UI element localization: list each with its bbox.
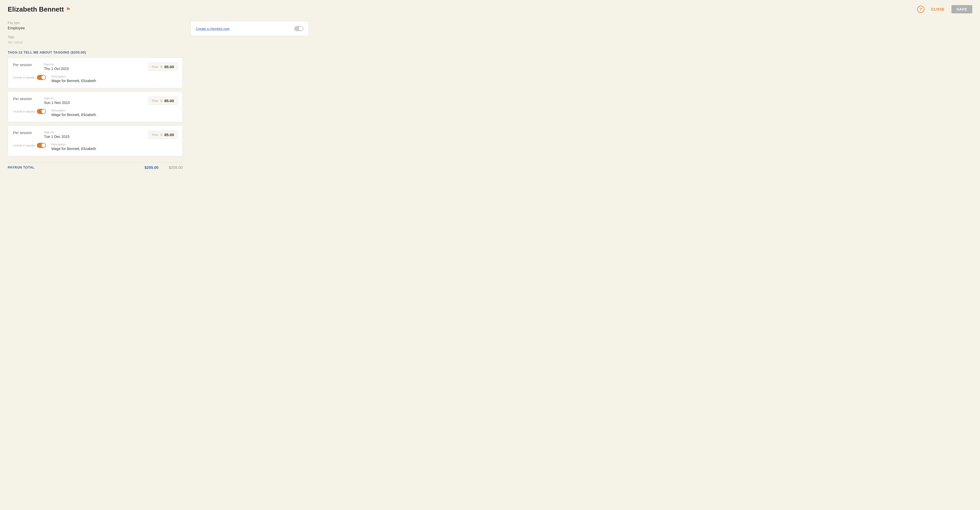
pay-card-1-toggle[interactable] — [37, 75, 46, 80]
pay-card-2-date-section: Date for Sun 1 Nov 2015 — [44, 97, 143, 105]
pay-card-1-date-section: Date for Thu 1 Oct 2015 — [44, 63, 143, 71]
pay-card-1-rate-box: Rate $ 85.00 — [148, 63, 177, 71]
pay-card-2-description: Description Wage for Bennett, Elizabeth — [51, 109, 177, 117]
pay-card-3-description: Description Wage for Bennett, Elizabeth — [51, 143, 177, 151]
pay-card-2-payslip-label: Include in payslip — [13, 110, 35, 113]
pay-card-2-rate-value: 85.00 — [164, 99, 174, 103]
pay-card-1-date-value: Thu 1 Oct 2015 — [44, 67, 143, 71]
pay-card-2: Per session Date for Sun 1 Nov 2015 Rate… — [8, 91, 183, 122]
tags-group: Tags No value — [8, 35, 183, 44]
pay-card-1-desc-label: Description — [51, 75, 177, 78]
payrun-secondary-amount: $255.00 — [169, 165, 183, 170]
payrun-total-label: PAYRUN TOTAL — [8, 165, 145, 169]
pay-card-2-date-label: Date for — [44, 97, 143, 100]
pay-card-2-toggle[interactable] — [37, 109, 46, 114]
tags-label: Tags — [8, 35, 183, 39]
pay-card-2-rate-box: Rate $ 85.00 — [148, 97, 177, 105]
pay-card-3-rate-label: Rate — [152, 133, 158, 137]
pay-card-2-payslip-toggle: Include in payslip — [13, 109, 46, 114]
pay-card-1-date-label: Date for — [44, 63, 143, 66]
top-actions: ? CLOSE SAVE — [917, 5, 972, 13]
payrun-total-bar: PAYRUN TOTAL $255.00 $255.00 — [8, 162, 183, 172]
pay-card-3: Per session Date for Tue 1 Dec 2015 Rate… — [8, 125, 183, 156]
right-panel: Create a checklist now — [191, 21, 309, 172]
pay-card-1-payslip-label: Include in payslip — [13, 76, 35, 79]
pay-card-2-date-value: Sun 1 Nov 2015 — [44, 101, 143, 105]
pay-card-3-date-section: Date for Tue 1 Dec 2015 — [44, 131, 143, 139]
pay-card-3-rate-box: Rate $ 85.00 — [148, 131, 177, 139]
pay-card-2-desc-value: Wage for Bennett, Elizabeth — [51, 113, 177, 117]
help-icon[interactable]: ? — [917, 6, 924, 13]
pay-card-2-type: Per session — [13, 97, 39, 101]
pay-card-1-type: Per session — [13, 63, 39, 67]
checklist-toggle[interactable] — [294, 26, 304, 31]
pay-type-group: Pay type Employee — [8, 21, 183, 30]
checklist-card: Create a checklist now — [191, 21, 309, 36]
pay-type-value: Employee — [8, 26, 183, 30]
pay-card-1-payslip-toggle: Include in payslip — [13, 75, 46, 80]
payrun-primary-amount: $255.00 — [145, 165, 159, 170]
pay-card-3-payslip-label: Include in payslip — [13, 144, 35, 147]
pay-card-1-rate-value: 85.00 — [164, 65, 174, 69]
section-header: TAGS-12 TELL ME ABOUT TAGGING ($255.00) — [8, 51, 183, 54]
pay-card-1-rate-symbol: $ — [160, 65, 162, 69]
pay-card-2-rate-symbol: $ — [160, 99, 162, 103]
pay-card-3-desc-label: Description — [51, 143, 177, 146]
tags-value: No value — [8, 40, 183, 44]
pay-card-3-toggle[interactable] — [37, 143, 46, 148]
pay-card-1-description: Description Wage for Bennett, Elizabeth — [51, 75, 177, 83]
alert-icon: ⚑ — [66, 6, 70, 12]
pay-card-3-rate-symbol: $ — [160, 133, 162, 137]
pay-card-3-rate-value: 85.00 — [164, 132, 174, 137]
pay-card-1: Per session Date for Thu 1 Oct 2015 Rate… — [8, 57, 183, 88]
pay-card-3-desc-value: Wage for Bennett, Elizabeth — [51, 147, 177, 151]
pay-card-1-rate-label: Rate — [152, 65, 158, 69]
pay-card-2-desc-label: Description — [51, 109, 177, 112]
left-panel: Pay type Employee Tags No value TAGS-12 … — [8, 21, 183, 172]
pay-card-1-desc-value: Wage for Bennett, Elizabeth — [51, 79, 177, 83]
pay-card-3-type: Per session — [13, 131, 39, 135]
pay-card-3-date-label: Date for — [44, 131, 143, 134]
checklist-link[interactable]: Create a checklist now — [196, 27, 229, 31]
employee-name: Elizabeth Bennett — [8, 5, 64, 13]
pay-card-3-payslip-toggle: Include in payslip — [13, 143, 46, 148]
close-button[interactable]: CLOSE — [929, 6, 947, 13]
page-title: Elizabeth Bennett ⚑ — [8, 5, 70, 13]
pay-type-label: Pay type — [8, 21, 183, 25]
pay-card-3-date-value: Tue 1 Dec 2015 — [44, 135, 143, 139]
save-button[interactable]: SAVE — [951, 5, 972, 13]
pay-card-2-rate-label: Rate — [152, 99, 158, 103]
